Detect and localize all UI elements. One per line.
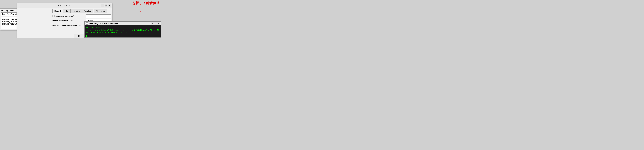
- annotation-arrow: ↓: [138, 7, 141, 13]
- recording-maximize-button[interactable]: □: [154, 22, 157, 25]
- recording-title: Recording 20241016_200944.wav: [89, 22, 151, 24]
- annotation-text: ここを押して録音停止: [125, 1, 160, 5]
- window-title: HARKBird 4.0: [28, 4, 101, 7]
- left-panel-spacer: [17, 8, 51, 38]
- recording-titlebar: Recording 20241016_200944.wav ─ □ ✕: [85, 22, 161, 25]
- tab-play[interactable]: Play: [63, 9, 70, 13]
- tab-annotate[interactable]: Annotate: [82, 9, 94, 13]
- tab-record[interactable]: Record: [52, 9, 63, 13]
- channels-label: Number of microphone channels:: [52, 24, 86, 26]
- tab-2d-localize[interactable]: 2D Localize: [94, 9, 107, 13]
- filename-input[interactable]: [86, 14, 111, 18]
- device-label: Device name for ALSA:: [52, 20, 86, 22]
- terminal-text: Recording WAVE '/home/hark/hb_tutorial_2…: [86, 26, 159, 34]
- tab-localize[interactable]: Localize: [71, 9, 82, 13]
- filename-label: File name (no extension):: [52, 15, 86, 17]
- recording-controls: ─ □ ✕: [151, 22, 160, 25]
- maximize-button[interactable]: □: [104, 4, 107, 7]
- titlebar: HARKBird 4.0 ─ □ ✕: [17, 3, 112, 8]
- terminal-cursor: [86, 35, 87, 36]
- recording-minimize-button[interactable]: ─: [151, 22, 154, 25]
- close-button[interactable]: ✕: [108, 4, 111, 7]
- minimize-button[interactable]: ─: [101, 4, 104, 7]
- filename-row: File name (no extension):: [52, 14, 111, 18]
- recording-window: Recording 20241016_200944.wav ─ □ ✕ Reco…: [84, 21, 161, 38]
- recording-close-button[interactable]: ✕: [157, 22, 160, 25]
- terminal-body: Recording WAVE '/home/hark/hb_tutorial_2…: [85, 25, 161, 37]
- recording-icon: [86, 22, 88, 24]
- tab-bar: Record Play Localize Annotate 2D Localiz…: [52, 9, 111, 13]
